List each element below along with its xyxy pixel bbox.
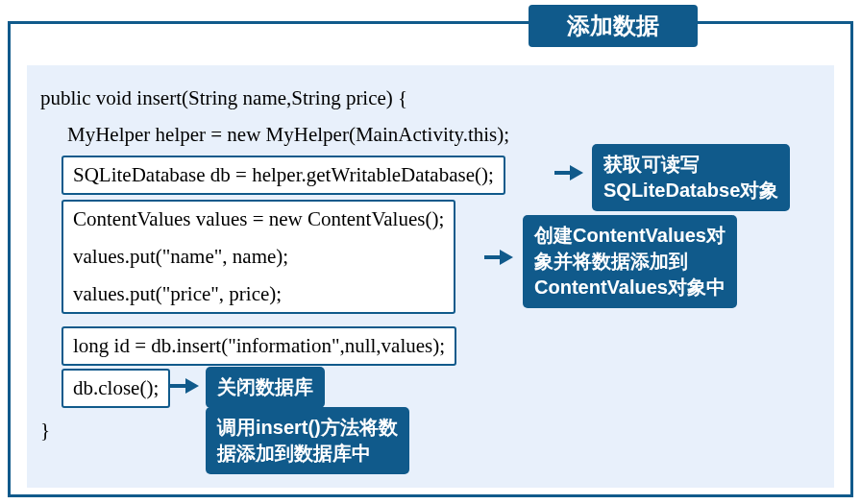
callout-get-db: 获取可读写 SQLiteDatabse对象: [592, 144, 790, 211]
code-cv-put-price: values.put("price", price);: [73, 282, 444, 306]
callout-text: 据添加到数据库中: [217, 441, 398, 467]
code-box-close: db.close();: [62, 369, 170, 408]
callout-text: 获取可读写: [603, 152, 778, 178]
arrow-icon: [500, 250, 513, 265]
code-helper-init: MyHelper helper = new MyHelper(MainActiv…: [67, 123, 509, 147]
callout-text: 调用insert()方法将数: [217, 415, 398, 441]
callout-content-values: 创建ContentValues对 象并将数据添加到 ContentValues对…: [523, 215, 737, 308]
arrow-icon: [570, 165, 583, 180]
code-box-insert: long id = db.insert("information",null,v…: [62, 326, 456, 366]
callout-text: ContentValues对象中: [534, 275, 726, 300]
callout-insert: 调用insert()方法将数 据添加到数据库中: [206, 407, 409, 474]
code-panel: public void insert(String name,String pr…: [27, 65, 834, 488]
arrow-icon: [185, 378, 199, 394]
diagram-title: 添加数据: [529, 5, 698, 47]
code-method-signature: public void insert(String name,String pr…: [40, 86, 407, 110]
code-method-end: }: [40, 419, 50, 443]
code-cv-new: ContentValues values = new ContentValues…: [73, 207, 444, 231]
callout-text: 象并将数据添加到: [534, 249, 726, 275]
callout-text: 创建ContentValues对: [534, 223, 726, 249]
code-cv-put-name: values.put("name", name);: [73, 245, 444, 269]
code-box-get-db: SQLiteDatabase db = helper.getWritableDa…: [62, 156, 505, 195]
code-box-content-values: ContentValues values = new ContentValues…: [62, 200, 455, 314]
callout-text: SQLiteDatabse对象: [603, 178, 778, 204]
callout-close-db: 关闭数据库: [206, 367, 325, 408]
